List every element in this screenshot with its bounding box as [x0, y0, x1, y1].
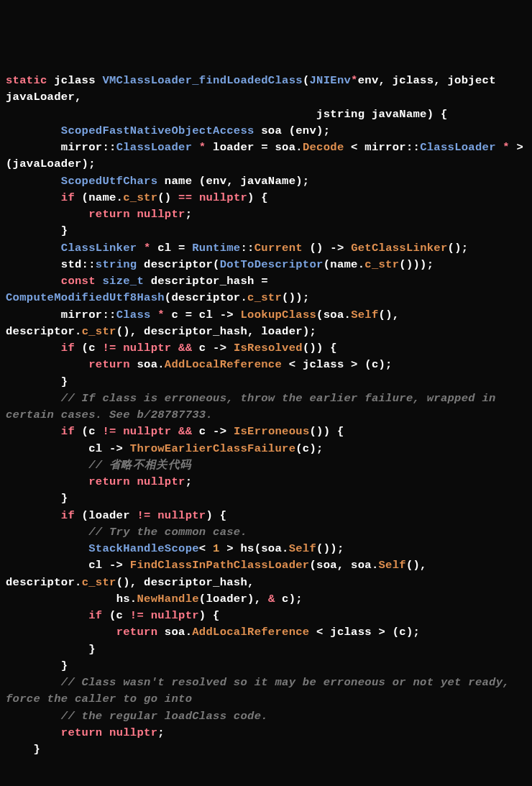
code-token-type: JNIEnv [309, 74, 351, 87]
code-token-id [171, 425, 178, 438]
code-token-kw: if [61, 425, 75, 438]
code-token-id: (loader [75, 509, 137, 522]
code-token-kw: const [61, 275, 96, 288]
code-token-kw: return [61, 726, 103, 739]
code-token-kw: nullptr [157, 509, 206, 522]
code-token-method: c_str [364, 258, 399, 271]
code-token-kw: nullptr [137, 208, 185, 221]
code-token-id: (descriptor. [165, 291, 247, 304]
code-token-id: c -> [192, 425, 234, 438]
code-token-id [137, 242, 144, 255]
code-token-kw: if [61, 191, 75, 204]
code-token-id: descriptor_hash = [144, 275, 275, 288]
code-token-kw: return [88, 358, 130, 371]
code-token-op: != [137, 509, 150, 522]
code-token-id [116, 425, 124, 438]
code-token-kw: nullptr [137, 475, 185, 488]
code-token-id: descriptor( [137, 258, 219, 271]
code-token-method: AddLocalReference [192, 626, 309, 639]
code-token-op: * [157, 309, 165, 321]
code-token-id [6, 542, 88, 555]
code-token-op: * [351, 74, 358, 87]
code-token-op: * [144, 242, 151, 255]
code-token-id [192, 141, 199, 154]
code-token-id: (c [75, 342, 102, 355]
code-token-id: (c [102, 609, 129, 622]
code-token-id: cl = [151, 242, 193, 255]
code-token-kw: nullptr [123, 425, 171, 438]
code-token-com: // If class is erroneous, throw the earl… [6, 392, 503, 421]
code-token-type: ScopedFastNativeObjectAccess [61, 124, 254, 137]
code-token-method: c_str [82, 325, 116, 338]
code-token-type: string [96, 258, 137, 271]
code-token-id: (soa, soa. [309, 559, 378, 572]
code-token-id: (name. [324, 258, 365, 271]
code-token-type: ScopedUtfChars [61, 175, 157, 188]
code-token-method: LookupClass [240, 309, 316, 321]
code-token-fn: ComputeModifiedUtf8Hash [6, 291, 165, 304]
code-token-id [171, 342, 178, 355]
code-token-id: jclass [47, 74, 103, 87]
code-token-kw: return [88, 208, 130, 221]
code-token-com: // 省略不相关代码 [88, 459, 191, 472]
code-token-type: ClassLinker [61, 242, 137, 255]
code-token-id [144, 609, 151, 622]
code-token-id [96, 275, 103, 288]
code-token-op: != [130, 609, 144, 622]
code-token-method: c_str [123, 191, 157, 204]
code-token-num: 1 [213, 542, 220, 555]
code-token-method: Self [289, 542, 316, 555]
code-token-id [6, 475, 88, 488]
code-token-id: soa. [157, 626, 192, 639]
code-token-id: soa. [130, 358, 165, 371]
code-token-method: Current [254, 242, 303, 255]
code-token-id: (name. [75, 191, 123, 204]
code-token-id [151, 509, 158, 522]
code-token-id: :: [240, 242, 254, 255]
code-token-id: (loader), [199, 593, 268, 606]
code-token-op: && [178, 425, 192, 438]
code-token-method: Self [378, 559, 405, 572]
code-token-id: < [199, 542, 213, 555]
code-token-op: == [178, 191, 192, 204]
code-token-id: (soa. [316, 309, 351, 321]
code-token-com: // Class wasn't resolved so it may be er… [6, 676, 517, 705]
code-token-kw: if [88, 609, 102, 622]
code-token-method: FindClassInPathClassLoader [130, 559, 310, 572]
code-token-type: StackHandleScope [88, 542, 199, 555]
code-token-id: () -> [303, 242, 351, 255]
code-token-fn: DotToDescriptor [220, 258, 324, 271]
code-token-method: c_str [82, 576, 116, 589]
code-token-op: && [178, 342, 192, 355]
code-token-kw: nullptr [151, 609, 199, 622]
code-token-method: c_str [247, 291, 282, 304]
code-token-kw: if [61, 342, 75, 355]
code-token-id [151, 309, 158, 321]
code-token-id [496, 141, 503, 154]
code-token-type: Runtime [192, 242, 240, 255]
code-token-kw: nullptr [199, 191, 247, 204]
code-token-type: Class [116, 309, 151, 321]
code-token-kw: nullptr [109, 726, 157, 739]
code-token-id [6, 726, 61, 739]
code-token-op: * [503, 141, 510, 154]
code-token-type: ClassLoader [116, 141, 193, 154]
code-token-kw: if [61, 509, 75, 522]
code-token-method: IsResolved [234, 342, 303, 355]
code-token-com: // the regular loadClass code. [61, 710, 268, 723]
code-block: static jclass VMClassLoader_findLoadedCl… [6, 73, 526, 758]
code-token-op: != [102, 342, 116, 355]
code-token-method: IsErroneous [234, 425, 310, 438]
code-token-method: NewHandle [137, 593, 198, 606]
code-token-id: < mirror:: [344, 141, 421, 154]
code-token-id: > hs(soa. [220, 542, 289, 555]
code-token-id: loader = soa. [206, 141, 302, 154]
code-token-id [192, 191, 199, 204]
code-token-id [116, 342, 124, 355]
code-token-id [130, 208, 137, 221]
code-token-id [6, 710, 61, 723]
code-token-kw: static [6, 74, 47, 87]
code-token-kw: return [116, 626, 158, 639]
code-token-method: Decode [303, 141, 344, 154]
code-token-type: ClassLoader [420, 141, 496, 154]
